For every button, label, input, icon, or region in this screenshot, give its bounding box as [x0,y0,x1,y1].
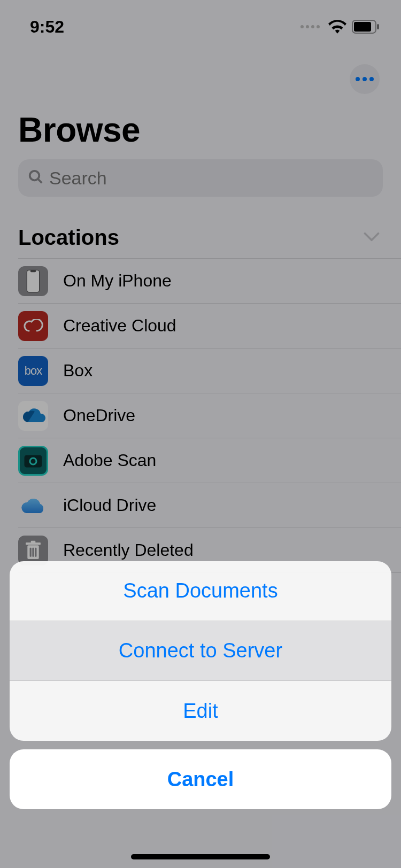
cancel-button[interactable]: Cancel [10,749,391,809]
scan-documents-button[interactable]: Scan Documents [10,561,391,621]
edit-button[interactable]: Edit [10,681,391,741]
action-sheet: Scan Documents Connect to Server Edit Ca… [0,561,401,868]
action-sheet-group: Scan Documents Connect to Server Edit [10,561,391,741]
connect-to-server-button[interactable]: Connect to Server [10,621,391,681]
home-indicator [131,854,270,859]
